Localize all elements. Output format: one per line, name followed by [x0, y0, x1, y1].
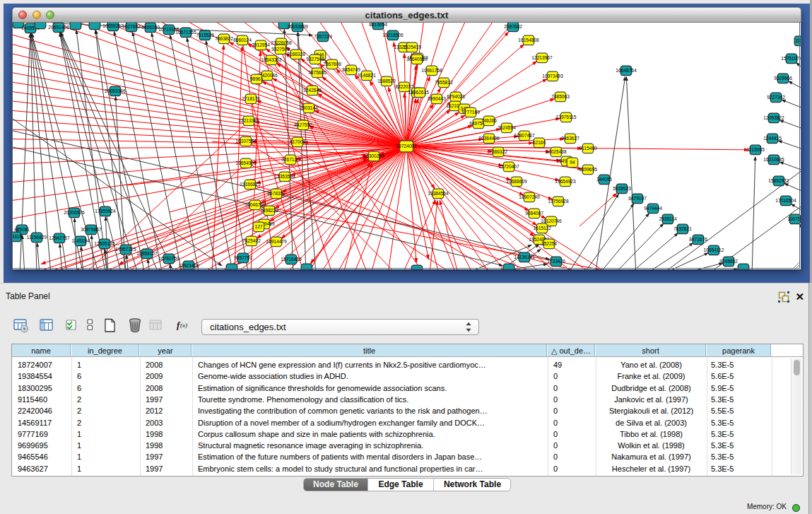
svg-text:(x): (x) [180, 322, 187, 329]
